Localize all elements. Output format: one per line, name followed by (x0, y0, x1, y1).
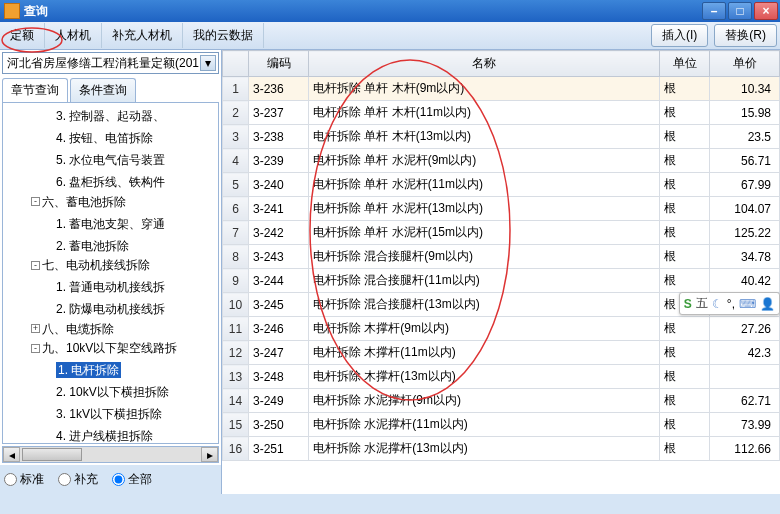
ime-toolbar[interactable]: S 五 ☾ °, ⌨ 👤 (679, 292, 780, 315)
cell-unit[interactable]: 根 (660, 269, 710, 293)
chevron-down-icon[interactable]: ▾ (200, 55, 216, 71)
tree-node[interactable]: 4. 进户线横担拆除 (17, 423, 218, 444)
cell-name[interactable]: 电杆拆除 水泥撑杆(13m以内) (309, 437, 660, 461)
table-row[interactable]: 123-247电杆拆除 木撑杆(11m以内)根42.3 (223, 341, 780, 365)
expand-icon[interactable]: + (31, 324, 40, 333)
tab-chapter[interactable]: 章节查询 (2, 78, 68, 102)
toolbar-labor[interactable]: 人材机 (45, 23, 102, 48)
cell-unit[interactable]: 根 (660, 173, 710, 197)
cell-price[interactable]: 104.07 (710, 197, 780, 221)
cell-unit[interactable]: 根 (660, 413, 710, 437)
tree-node[interactable]: 2. 防爆电动机接线拆 (17, 296, 218, 318)
tab-condition[interactable]: 条件查询 (70, 78, 136, 102)
radio-all[interactable]: 全部 (112, 471, 152, 488)
col-code[interactable]: 编码 (249, 51, 309, 77)
cell-name[interactable]: 电杆拆除 混合接腿杆(11m以内) (309, 269, 660, 293)
cell-code[interactable]: 3-247 (249, 341, 309, 365)
cell-price[interactable]: 42.3 (710, 341, 780, 365)
cell-code[interactable]: 3-248 (249, 365, 309, 389)
cell-code[interactable]: 3-250 (249, 413, 309, 437)
cell-code[interactable]: 3-249 (249, 389, 309, 413)
cell-code[interactable]: 3-238 (249, 125, 309, 149)
cell-name[interactable]: 电杆拆除 混合接腿杆(13m以内) (309, 293, 660, 317)
tree-hscrollbar[interactable]: ◂ ▸ (2, 446, 219, 463)
cell-price[interactable] (710, 365, 780, 389)
cell-code[interactable]: 3-246 (249, 317, 309, 341)
cell-unit[interactable]: 根 (660, 101, 710, 125)
cell-price[interactable]: 56.71 (710, 149, 780, 173)
tree-node[interactable]: 3. 控制器、起动器、 (17, 103, 218, 125)
table-row[interactable]: 63-241电杆拆除 单杆 水泥杆(13m以内)根104.07 (223, 197, 780, 221)
collapse-icon[interactable]: - (31, 197, 40, 206)
tree-node[interactable]: -六、蓄电池拆除 (17, 191, 218, 211)
quota-combo[interactable]: 河北省房屋修缮工程消耗量定额(201 ▾ (2, 52, 219, 74)
moon-icon[interactable]: ☾ (712, 297, 723, 311)
user-icon[interactable]: 👤 (760, 297, 775, 311)
cell-unit[interactable]: 根 (660, 149, 710, 173)
cell-name[interactable]: 电杆拆除 水泥撑杆(9m以内) (309, 389, 660, 413)
table-row[interactable]: 133-248电杆拆除 木撑杆(13m以内)根 (223, 365, 780, 389)
cell-unit[interactable]: 根 (660, 389, 710, 413)
collapse-icon[interactable]: - (31, 261, 40, 270)
cell-price[interactable]: 40.42 (710, 269, 780, 293)
cell-name[interactable]: 电杆拆除 单杆 水泥杆(15m以内) (309, 221, 660, 245)
cell-unit[interactable]: 根 (660, 245, 710, 269)
toolbar-suppl-labor[interactable]: 补充人材机 (102, 23, 183, 48)
radio-supplement[interactable]: 补充 (58, 471, 98, 488)
table-row[interactable]: 73-242电杆拆除 单杆 水泥杆(15m以内)根125.22 (223, 221, 780, 245)
cell-price[interactable]: 67.99 (710, 173, 780, 197)
cell-name[interactable]: 电杆拆除 单杆 水泥杆(13m以内) (309, 197, 660, 221)
cell-unit[interactable]: 根 (660, 197, 710, 221)
cell-unit[interactable]: 根 (660, 365, 710, 389)
cell-price[interactable]: 23.5 (710, 125, 780, 149)
cell-name[interactable]: 电杆拆除 水泥撑杆(11m以内) (309, 413, 660, 437)
cell-unit[interactable]: 根 (660, 437, 710, 461)
collapse-icon[interactable]: - (31, 344, 40, 353)
cell-price[interactable]: 34.78 (710, 245, 780, 269)
tree-node[interactable]: 1. 蓄电池支架、穿通 (17, 211, 218, 233)
cell-unit[interactable]: 根 (660, 341, 710, 365)
cell-name[interactable]: 电杆拆除 混合接腿杆(9m以内) (309, 245, 660, 269)
replace-button[interactable]: 替换(R) (714, 24, 777, 47)
cell-name[interactable]: 电杆拆除 单杆 木杆(11m以内) (309, 101, 660, 125)
cell-code[interactable]: 3-242 (249, 221, 309, 245)
table-row[interactable]: 143-249电杆拆除 水泥撑杆(9m以内)根62.71 (223, 389, 780, 413)
scroll-thumb[interactable] (22, 448, 82, 461)
tree-node[interactable]: 5. 水位电气信号装置 (17, 147, 218, 169)
col-name[interactable]: 名称 (309, 51, 660, 77)
cell-unit[interactable]: 根 (660, 77, 710, 101)
cell-unit[interactable]: 根 (660, 125, 710, 149)
tree-node[interactable]: 2. 10kV以下横担拆除 (17, 379, 218, 401)
table-row[interactable]: 23-237电杆拆除 单杆 木杆(11m以内)根15.98 (223, 101, 780, 125)
table-row[interactable]: 83-243电杆拆除 混合接腿杆(9m以内)根34.78 (223, 245, 780, 269)
cell-name[interactable]: 电杆拆除 单杆 木杆(9m以内) (309, 77, 660, 101)
scroll-right-icon[interactable]: ▸ (201, 447, 218, 462)
tree-node[interactable]: 1. 普通电动机接线拆 (17, 274, 218, 296)
cell-name[interactable]: 电杆拆除 单杆 水泥杆(9m以内) (309, 149, 660, 173)
cell-unit[interactable]: 根 (660, 221, 710, 245)
cell-code[interactable]: 3-245 (249, 293, 309, 317)
radio-standard[interactable]: 标准 (4, 471, 44, 488)
maximize-button[interactable]: □ (728, 2, 752, 20)
table-row[interactable]: 93-244电杆拆除 混合接腿杆(11m以内)根40.42 (223, 269, 780, 293)
keyboard-icon[interactable]: ⌨ (739, 297, 756, 311)
cell-name[interactable]: 电杆拆除 木撑杆(13m以内) (309, 365, 660, 389)
table-row[interactable]: 13-236电杆拆除 单杆 木杆(9m以内)根10.34 (223, 77, 780, 101)
cell-name[interactable]: 电杆拆除 单杆 木杆(13m以内) (309, 125, 660, 149)
table-row[interactable]: 153-250电杆拆除 水泥撑杆(11m以内)根73.99 (223, 413, 780, 437)
scroll-left-icon[interactable]: ◂ (3, 447, 20, 462)
ime-punct[interactable]: °, (727, 297, 735, 311)
cell-price[interactable]: 10.34 (710, 77, 780, 101)
toolbar-cloud[interactable]: 我的云数据 (183, 23, 264, 48)
tree-node[interactable]: 1. 电杆拆除 (17, 357, 218, 379)
tree-view[interactable]: 3. 控制器、起动器、4. 按钮、电笛拆除5. 水位电气信号装置6. 盘柜拆线、… (2, 102, 219, 444)
cell-code[interactable]: 3-244 (249, 269, 309, 293)
cell-name[interactable]: 电杆拆除 木撑杆(11m以内) (309, 341, 660, 365)
minimize-button[interactable]: – (702, 2, 726, 20)
tree-node[interactable]: -九、10kV以下架空线路拆 (17, 338, 218, 358)
cell-price[interactable]: 112.66 (710, 437, 780, 461)
tree-node[interactable]: 6. 盘柜拆线、铁构件 (17, 169, 218, 191)
tree-node[interactable]: 4. 按钮、电笛拆除 (17, 125, 218, 147)
cell-code[interactable]: 3-239 (249, 149, 309, 173)
table-row[interactable]: 33-238电杆拆除 单杆 木杆(13m以内)根23.5 (223, 125, 780, 149)
